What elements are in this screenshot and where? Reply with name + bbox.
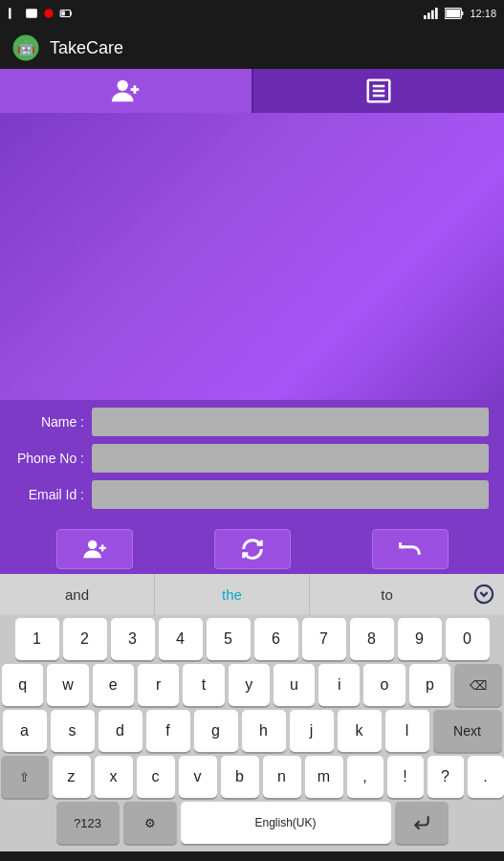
tab-list[interactable] xyxy=(253,69,505,113)
key-u[interactable]: u xyxy=(274,664,315,706)
key-x[interactable]: x xyxy=(95,756,133,798)
status-bar: 12:18 xyxy=(0,0,504,27)
recents-button[interactable] xyxy=(34,856,92,861)
list-icon xyxy=(364,77,393,105)
antivirus-icon xyxy=(42,7,55,20)
settings-key[interactable]: ⚙ xyxy=(123,802,177,844)
name-row: Name : xyxy=(15,408,489,436)
shift-key[interactable]: ⇧ xyxy=(1,756,49,798)
svg-point-22 xyxy=(88,541,97,549)
signal-icon xyxy=(424,7,439,20)
bottom-row: ?123 ⚙ English(UK) xyxy=(2,802,502,844)
svg-rect-5 xyxy=(61,11,65,16)
space-key[interactable]: English(UK) xyxy=(181,802,391,844)
enter-key[interactable] xyxy=(395,802,449,844)
key-m[interactable]: m xyxy=(305,756,343,798)
key-c[interactable]: c xyxy=(137,756,175,798)
add-person-btn-icon xyxy=(81,536,108,563)
key-z[interactable]: z xyxy=(53,756,91,798)
key-i[interactable]: i xyxy=(318,664,360,706)
status-icons-left xyxy=(8,7,73,20)
key-g[interactable]: g xyxy=(194,710,238,752)
svg-rect-6 xyxy=(424,15,427,19)
svg-rect-4 xyxy=(71,11,72,15)
key-q[interactable]: q xyxy=(2,664,43,706)
suggestion-to[interactable]: to xyxy=(310,574,464,614)
key-7[interactable]: 7 xyxy=(302,618,346,660)
key-l[interactable]: l xyxy=(385,710,429,752)
svg-rect-1 xyxy=(26,9,37,17)
key-3[interactable]: 3 xyxy=(111,618,155,660)
add-person-icon xyxy=(109,75,142,107)
sym-key[interactable]: ?123 xyxy=(56,802,120,844)
main-content xyxy=(0,113,504,400)
phone-icon xyxy=(8,7,21,20)
battery-small-icon xyxy=(59,7,73,20)
key-f[interactable]: f xyxy=(146,710,190,752)
key-b[interactable]: b xyxy=(221,756,259,798)
key-k[interactable]: k xyxy=(338,710,382,752)
key-a[interactable]: a xyxy=(3,710,47,752)
key-n[interactable]: n xyxy=(263,756,301,798)
back-button[interactable] xyxy=(286,856,343,861)
key-e[interactable]: e xyxy=(93,664,134,706)
qwerty-row: q w e r t y u i o p ⌫ xyxy=(2,664,502,706)
tab-add-contact[interactable] xyxy=(0,69,252,113)
key-0[interactable]: 0 xyxy=(446,618,490,660)
email-label: Email Id : xyxy=(15,487,92,502)
suggestion-to-text: to xyxy=(381,586,393,603)
key-t[interactable]: t xyxy=(183,664,224,706)
name-label: Name : xyxy=(15,414,92,430)
image-icon xyxy=(25,7,38,20)
key-y[interactable]: y xyxy=(229,664,270,706)
key-2[interactable]: 2 xyxy=(63,618,107,660)
battery-icon xyxy=(445,8,464,19)
menu-button[interactable] xyxy=(412,856,470,861)
key-exclaim[interactable]: ! xyxy=(387,756,424,798)
phone-input[interactable] xyxy=(92,444,489,473)
key-w[interactable]: w xyxy=(47,664,88,706)
tab-bar xyxy=(0,69,504,113)
svg-rect-8 xyxy=(431,11,434,19)
action-buttons xyxy=(0,524,504,574)
key-5[interactable]: 5 xyxy=(207,618,251,660)
nav-bar xyxy=(0,851,504,861)
expand-icon xyxy=(473,584,494,605)
key-p[interactable]: p xyxy=(409,664,450,706)
refresh-button[interactable] xyxy=(214,529,291,569)
add-contact-button[interactable] xyxy=(56,529,133,569)
phone-row: Phone No : xyxy=(15,444,489,473)
key-question[interactable]: ? xyxy=(427,756,464,798)
svg-point-2 xyxy=(44,9,53,17)
key-d[interactable]: d xyxy=(99,710,142,752)
undo-button[interactable] xyxy=(372,529,449,569)
svg-text:🤖: 🤖 xyxy=(17,39,35,56)
email-row: Email Id : xyxy=(15,480,489,509)
next-button[interactable]: Next xyxy=(433,710,502,752)
key-4[interactable]: 4 xyxy=(159,618,203,660)
backspace-key[interactable]: ⌫ xyxy=(454,664,502,706)
email-input[interactable] xyxy=(92,480,489,509)
key-8[interactable]: 8 xyxy=(350,618,394,660)
name-input[interactable] xyxy=(92,408,489,436)
home-button[interactable] xyxy=(161,856,218,861)
key-o[interactable]: o xyxy=(363,664,405,706)
key-s[interactable]: s xyxy=(51,710,95,752)
svg-rect-11 xyxy=(462,11,464,15)
svg-rect-7 xyxy=(427,12,430,19)
svg-rect-9 xyxy=(435,8,438,19)
expand-suggestions-button[interactable] xyxy=(464,584,504,605)
suggestion-and[interactable]: and xyxy=(0,574,155,614)
key-j[interactable]: j xyxy=(290,710,334,752)
refresh-icon xyxy=(239,536,266,563)
key-period[interactable]: . xyxy=(468,756,504,798)
key-comma[interactable]: , xyxy=(347,756,383,798)
key-v[interactable]: v xyxy=(179,756,217,798)
key-9[interactable]: 9 xyxy=(398,618,442,660)
key-h[interactable]: h xyxy=(242,710,286,752)
key-r[interactable]: r xyxy=(138,664,179,706)
suggestion-the[interactable]: the xyxy=(155,574,310,614)
keyboard[interactable]: 1 2 3 4 5 6 7 8 9 0 q w e r t y u i o p … xyxy=(0,614,504,851)
key-1[interactable]: 1 xyxy=(15,618,59,660)
key-6[interactable]: 6 xyxy=(254,618,298,660)
